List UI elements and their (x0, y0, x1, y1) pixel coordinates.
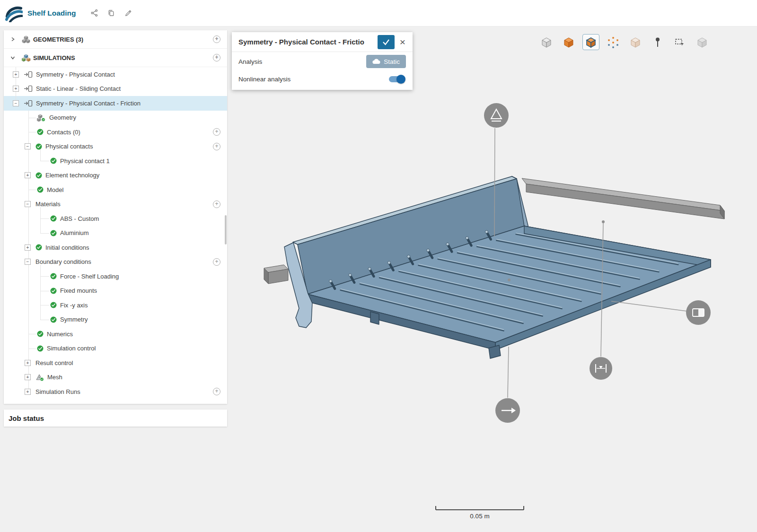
tree-item-physical-contact-1[interactable]: Physical contact 1 (4, 154, 227, 168)
tree-item-symmetry-physical-contact-friction[interactable]: −Symmetry - Physical Contact - Friction (4, 96, 227, 111)
analysis-label: Analysis (238, 58, 262, 65)
expand-toggle-icon[interactable]: + (25, 360, 31, 366)
simulations-icon (22, 54, 31, 62)
inactive-cube-icon[interactable] (694, 34, 711, 50)
collapse-toggle-icon[interactable]: − (13, 100, 19, 106)
tree-connector-line (28, 111, 29, 392)
tree-item-result-control[interactable]: +Result control (4, 356, 227, 370)
geometries-header[interactable]: GEOMETRIES (3) + (4, 30, 227, 49)
check-icon (50, 230, 57, 236)
scrollbar-thumb[interactable] (225, 215, 227, 244)
check-icon (383, 40, 389, 44)
collapse-toggle-icon[interactable]: − (25, 143, 31, 149)
wall-rail-right[interactable] (522, 178, 724, 219)
measure-handle[interactable] (590, 357, 612, 380)
tree-item-force-shelf-loading[interactable]: Force - Shelf Loading (4, 269, 227, 284)
tree-items: +Symmetry - Physical Contact+Static - Li… (4, 67, 227, 399)
geometries-label: GEOMETRIES (3) (33, 36, 83, 43)
sim-icon (24, 85, 33, 92)
probe-point-icon[interactable] (649, 34, 666, 50)
geometries-icon (22, 35, 30, 44)
tree-connector-line (40, 207, 41, 233)
simulation-tree-panel: GEOMETRIES (3) + SIMULATIONS + +Symmetry… (4, 30, 227, 404)
analysis-type-button[interactable]: Static (366, 55, 406, 68)
tree-item-symmetry[interactable]: Symmetry (4, 313, 227, 327)
check-icon (50, 273, 57, 279)
tree-item-symmetry-physical-contact[interactable]: +Symmetry - Physical Contact (4, 67, 227, 82)
close-button[interactable]: × (396, 36, 409, 48)
check-icon (50, 316, 57, 323)
analysis-type-value: Static (384, 58, 400, 65)
tree-item-contacts-0[interactable]: Contacts (0)+ (4, 125, 227, 140)
add-button[interactable]: + (213, 201, 220, 208)
job-status-panel[interactable]: Job status (4, 410, 227, 427)
check-icon (35, 172, 42, 179)
project-title[interactable]: Shelf Loading (27, 9, 76, 17)
shaded-cube-icon[interactable] (538, 34, 555, 50)
solid-edges-cube-icon[interactable] (582, 34, 599, 50)
sim-icon (24, 100, 33, 107)
apply-button[interactable] (378, 35, 395, 49)
add-button[interactable]: + (213, 258, 220, 266)
check-icon (37, 331, 44, 337)
section-plane-handle[interactable] (686, 300, 711, 325)
tree-item-abs-custom[interactable]: ABS - Custom (4, 211, 227, 226)
expand-toggle-icon[interactable]: + (25, 389, 31, 395)
expand-toggle-icon[interactable]: + (13, 86, 19, 92)
tree-item-simulation-runs[interactable]: +Simulation Runs+ (4, 384, 227, 399)
foot-tab[interactable] (370, 312, 379, 324)
solid-cube-icon[interactable] (560, 34, 577, 50)
tree-item-mesh[interactable]: +Mesh (4, 370, 227, 385)
add-button[interactable]: + (213, 388, 220, 395)
rename-icon[interactable] (123, 8, 133, 18)
nonlinear-row: Nonlinear analysis (232, 71, 413, 90)
chevron-down-icon[interactable] (10, 55, 15, 60)
rotate-handle[interactable] (484, 103, 509, 128)
copy-icon[interactable] (106, 8, 116, 18)
box-select-icon[interactable] (671, 34, 688, 50)
tree-item-model[interactable]: Model (4, 183, 227, 197)
vertices-cube-icon[interactable] (605, 34, 622, 50)
tree-item-fixed-mounts[interactable]: Fixed mounts (4, 284, 227, 298)
tree-item-numerics[interactable]: Numerics (4, 327, 227, 341)
add-geometry-button[interactable]: + (213, 35, 220, 43)
expand-toggle-icon[interactable]: + (25, 172, 31, 178)
check-icon (50, 288, 57, 294)
translate-arrow-handle[interactable] (495, 398, 520, 423)
check-icon (37, 345, 44, 352)
tree-item-static-linear-sliding-contact[interactable]: +Static - Linear - Sliding Contact (4, 82, 227, 96)
tree-item-aluminium[interactable]: Aluminium (4, 226, 227, 241)
transparent-cube-icon[interactable] (627, 34, 644, 50)
check-icon (50, 157, 57, 164)
expand-toggle-icon[interactable]: + (13, 71, 19, 78)
expand-toggle-icon[interactable]: + (25, 244, 31, 251)
add-simulation-button[interactable]: + (213, 54, 220, 61)
simulation-settings-panel: Symmetry - Physical Contact - Frictio × … (232, 32, 413, 90)
chevron-right-icon[interactable] (10, 37, 15, 42)
toggle-knob (396, 75, 405, 84)
expand-toggle-icon[interactable]: + (25, 374, 31, 380)
tree-item-simulation-control[interactable]: Simulation control (4, 341, 227, 356)
tree-item-physical-contacts[interactable]: −Physical contacts+ (4, 140, 227, 154)
viewport-toolbar (538, 34, 711, 50)
add-button[interactable]: + (213, 128, 220, 136)
wall-rail-left[interactable] (264, 265, 288, 284)
collapse-toggle-icon[interactable]: − (25, 259, 31, 265)
tree-item-fix-y-axis[interactable]: Fix -y axis (4, 298, 227, 313)
tree-item-materials[interactable]: −Materials+ (4, 197, 227, 212)
simulations-header[interactable]: SIMULATIONS + (4, 49, 227, 67)
add-button[interactable]: + (213, 143, 220, 150)
check-icon (37, 129, 44, 135)
tree-item-initial-conditions[interactable]: +Initial conditions (4, 240, 227, 255)
mesh-icon (35, 374, 44, 381)
tree-connector-line (40, 149, 41, 161)
app-logo-icon[interactable] (5, 4, 23, 22)
analysis-row: Analysis Static (232, 52, 413, 71)
tree-item-boundary-conditions[interactable]: −Boundary conditions+ (4, 255, 227, 270)
sim-icon (24, 71, 33, 78)
tree-item-element-technology[interactable]: +Element technology (4, 168, 227, 183)
nonlinear-toggle[interactable] (389, 76, 404, 82)
tree-item-geometry[interactable]: Geometry (4, 111, 227, 125)
share-icon[interactable] (89, 8, 99, 18)
collapse-toggle-icon[interactable]: − (25, 201, 31, 207)
